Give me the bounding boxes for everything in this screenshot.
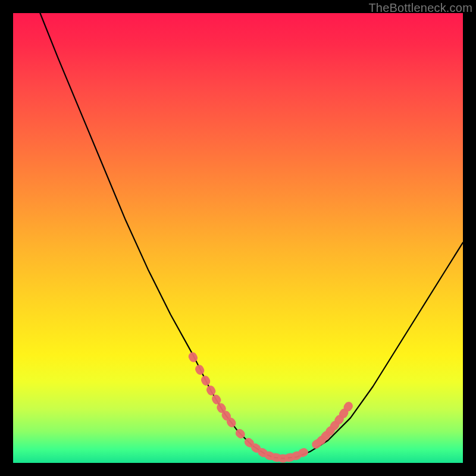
data-point bbox=[199, 374, 211, 387]
chart-frame bbox=[13, 13, 463, 463]
chart-svg bbox=[13, 13, 463, 463]
data-point bbox=[187, 351, 199, 364]
watermark-text: TheBottleneck.com bbox=[368, 1, 472, 15]
data-point-markers bbox=[187, 351, 354, 463]
bottleneck-curve bbox=[40, 13, 463, 458]
data-point bbox=[194, 364, 206, 376]
